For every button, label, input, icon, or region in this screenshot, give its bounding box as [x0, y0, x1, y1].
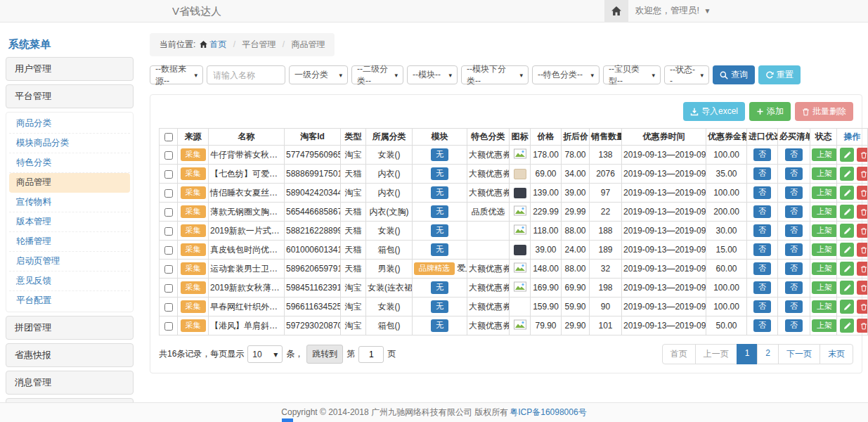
- row-checkbox[interactable]: [164, 208, 173, 217]
- must-buy-badge[interactable]: 否: [785, 167, 803, 180]
- sidebar-item-意见反馈[interactable]: 意见反馈: [9, 271, 130, 291]
- edit-button[interactable]: [840, 224, 854, 238]
- edit-button[interactable]: [840, 205, 854, 219]
- import-select-badge[interactable]: 否: [753, 224, 771, 237]
- import-select-badge[interactable]: 否: [753, 148, 771, 161]
- page-number-input[interactable]: [358, 346, 384, 363]
- edit-button[interactable]: [840, 243, 854, 257]
- must-buy-badge[interactable]: 否: [785, 205, 803, 218]
- row-checkbox[interactable]: [164, 227, 173, 236]
- import-excel-button[interactable]: 导入excel: [683, 102, 745, 121]
- coupon-time: 2019-09-13—2019-09-20: [622, 184, 706, 203]
- filter-select-5[interactable]: --特色分类--▾: [532, 65, 600, 84]
- import-select-badge[interactable]: 否: [753, 243, 771, 256]
- sidebar-item-宣传物料[interactable]: 宣传物料: [9, 193, 130, 212]
- delete-button[interactable]: [857, 148, 868, 162]
- delete-button[interactable]: [857, 224, 868, 238]
- delete-button[interactable]: [857, 243, 868, 257]
- batch-delete-button[interactable]: 批量删除: [795, 102, 853, 121]
- row-checkbox[interactable]: [164, 303, 173, 312]
- pager-item[interactable]: 首页: [662, 344, 696, 364]
- sidebar-group-平台管理[interactable]: 平台管理: [6, 84, 134, 108]
- delete-button[interactable]: [857, 186, 868, 200]
- taoke-id: 597293020870: [285, 316, 341, 335]
- reset-button[interactable]: 重置: [758, 65, 801, 84]
- import-select-badge[interactable]: 否: [753, 186, 771, 199]
- delete-button[interactable]: [857, 300, 868, 314]
- edit-button[interactable]: [840, 300, 854, 314]
- home-button[interactable]: [604, 0, 628, 22]
- sidebar-group-消息管理[interactable]: 消息管理: [6, 371, 134, 395]
- select-all-cell: [160, 129, 178, 146]
- source-badge: 采集: [181, 300, 206, 313]
- page-size-select[interactable]: 10 ▾: [247, 345, 283, 363]
- breadcrumb-home-link[interactable]: 首页: [209, 39, 226, 49]
- delete-button[interactable]: [857, 281, 868, 295]
- delete-button[interactable]: [857, 319, 868, 333]
- delete-button[interactable]: [857, 205, 868, 219]
- sidebar-item-轮播管理[interactable]: 轮播管理: [9, 232, 130, 252]
- row-checkbox[interactable]: [164, 151, 173, 160]
- sidebar-item-模块商品分类[interactable]: 模块商品分类: [9, 134, 130, 153]
- pager-item[interactable]: 2: [757, 344, 779, 364]
- icp-link[interactable]: 粤ICP备16098006号: [510, 407, 586, 418]
- must-buy-badge[interactable]: 否: [785, 300, 803, 313]
- edit-button[interactable]: [840, 319, 854, 333]
- import-select-badge[interactable]: 否: [753, 205, 771, 218]
- name-search-input[interactable]: [207, 65, 285, 84]
- filter-select-4[interactable]: --模块下分类--▾: [461, 65, 529, 84]
- filter-select-3[interactable]: --模块--▾: [407, 65, 458, 84]
- pager-item[interactable]: 1: [737, 344, 758, 364]
- must-buy-badge[interactable]: 否: [785, 281, 803, 294]
- edit-button[interactable]: [840, 262, 854, 276]
- row-checkbox[interactable]: [164, 322, 173, 331]
- import-select-badge[interactable]: 否: [753, 300, 771, 313]
- sidebar-item-平台配置[interactable]: 平台配置: [9, 291, 130, 310]
- import-select-badge[interactable]: 否: [753, 281, 771, 294]
- add-button[interactable]: 添加: [749, 102, 791, 121]
- row-checkbox[interactable]: [164, 189, 173, 198]
- row-checkbox[interactable]: [164, 265, 173, 274]
- edit-button[interactable]: [840, 186, 854, 200]
- select-all-checkbox[interactable]: [164, 133, 173, 141]
- table-row: 采集 真皮钱包时尚优雅女士... 601000601341 天猫 箱包() 无 …: [160, 241, 868, 260]
- row-checkbox[interactable]: [164, 284, 173, 293]
- must-buy-badge[interactable]: 否: [785, 186, 803, 199]
- sidebar-item-特色分类[interactable]: 特色分类: [9, 153, 130, 173]
- must-buy-badge[interactable]: 否: [785, 262, 803, 275]
- import-select-badge[interactable]: 否: [753, 167, 771, 180]
- filter-select-7[interactable]: --状态--▾: [664, 65, 709, 84]
- import-select-badge[interactable]: 否: [753, 319, 771, 332]
- delete-button[interactable]: [857, 167, 868, 181]
- must-buy-badge[interactable]: 否: [785, 148, 803, 161]
- sidebar-item-商品分类[interactable]: 商品分类: [9, 114, 130, 134]
- sidebar-group-用户管理[interactable]: 用户管理: [6, 57, 134, 81]
- user-menu[interactable]: 欢迎您，管理员! ▼: [635, 0, 711, 22]
- edit-button[interactable]: [840, 281, 854, 295]
- pager-item[interactable]: 上一页: [695, 344, 737, 364]
- row-checkbox[interactable]: [164, 246, 173, 255]
- must-buy-badge[interactable]: 否: [785, 319, 803, 332]
- sidebar-group-省惠快报[interactable]: 省惠快报: [6, 343, 134, 367]
- edit-button[interactable]: [840, 167, 854, 181]
- must-buy-badge[interactable]: 否: [785, 243, 803, 256]
- must-buy-badge[interactable]: 否: [785, 224, 803, 237]
- sidebar-group-拼团管理[interactable]: 拼团管理: [6, 316, 134, 340]
- filter-select-1[interactable]: 一级分类▾: [289, 65, 348, 84]
- import-select-badge[interactable]: 否: [753, 262, 771, 275]
- delete-button[interactable]: [857, 262, 868, 276]
- sidebar-item-启动页管理[interactable]: 启动页管理: [9, 252, 130, 271]
- filter-select-0[interactable]: --数据来源--▾: [150, 65, 203, 84]
- row-checkbox[interactable]: [164, 170, 173, 179]
- sidebar-item-商品管理[interactable]: 商品管理: [9, 173, 130, 193]
- coupon-amount: 100.00: [706, 279, 747, 298]
- pager-item[interactable]: 末页: [820, 344, 853, 364]
- coupon-time: 2019-09-13—2019-09-18: [622, 316, 706, 335]
- jump-button[interactable]: 跳转到: [306, 345, 343, 364]
- search-button[interactable]: 查询: [713, 65, 755, 84]
- filter-select-2[interactable]: --二级分类--▾: [351, 65, 403, 84]
- filter-select-6[interactable]: --宝贝类型--▾: [603, 65, 661, 84]
- sidebar-item-版本管理[interactable]: 版本管理: [9, 212, 130, 232]
- pager-item[interactable]: 下一页: [778, 344, 820, 364]
- edit-button[interactable]: [840, 148, 854, 162]
